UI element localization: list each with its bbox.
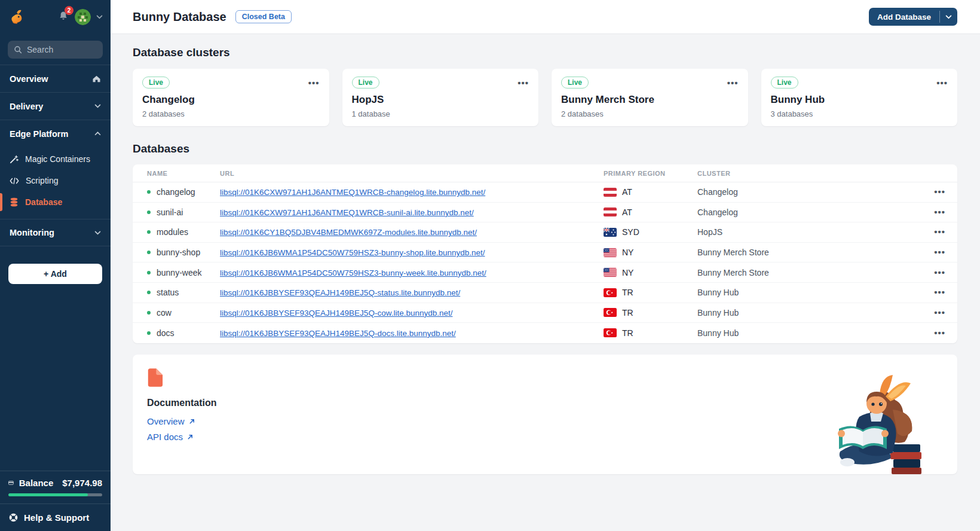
cluster-card-bunny-hub[interactable]: Live ••• Bunny Hub 3 databases [761,69,958,126]
closed-beta-badge: Closed Beta [235,10,292,23]
external-link-icon [189,418,195,425]
table-row: docslibsql://01K6JBBYSEF93QEAJH149BEJ5Q-… [133,323,957,343]
status-dot-icon [147,331,151,335]
add-database-button[interactable]: Add Database [869,8,939,26]
database-url-link[interactable]: libsql://01K6JB6WMA1P54DC50W759HSZ3-bunn… [220,248,485,257]
database-url-link[interactable]: libsql://01K6JB6WMA1P54DC50W759HSZ3-bunn… [220,268,486,277]
database-icon [10,197,19,207]
clusters-section-title: Database clusters [133,46,957,59]
sidebar-item-magic-containers[interactable]: Magic Containers [0,148,111,170]
main-area: Bunny Database Closed Beta Add Database … [111,0,980,531]
document-icon [147,368,163,387]
database-url-link[interactable]: libsql://01K6CXW971AH1J6ANTMEQ1WRCB-suni… [220,208,474,217]
row-menu-button[interactable]: ••• [934,227,945,236]
sidebar-nav: Overview Delivery Edge Platform Ma [0,65,111,246]
chevron-down-icon [94,231,101,235]
cluster-db-count: 1 database [352,109,529,118]
credit-card-icon [8,479,14,487]
sidebar-item-overview[interactable]: Overview [0,65,111,92]
flag-australia-icon [604,228,617,237]
row-menu-button[interactable]: ••• [934,288,945,297]
database-url-link[interactable]: libsql://01K6JBBYSEF93QEAJH149BEJ5Q-stat… [220,288,460,297]
table-row: cowlibsql://01K6JBBYSEF93QEAJH149BEJ5Q-c… [133,303,957,324]
database-url-link[interactable]: libsql://01K6CXW971AH1J6ANTMEQ1WRCB-chan… [220,188,485,197]
flag-turkey-icon [604,328,617,337]
code-icon [10,177,19,185]
database-url-link[interactable]: libsql://01K6JBBYSEF93QEAJH149BEJ5Q-cow.… [220,309,452,318]
lifebuoy-icon [8,512,19,523]
doc-link-api-docs[interactable]: API docs [147,432,194,442]
balance-value: $7,974.98 [62,478,102,488]
region-code: TR [622,308,633,318]
database-url-link[interactable]: libsql://01K6JBBYSEF93QEAJH149BEJ5Q-docs… [220,329,456,338]
add-button[interactable]: + Add [8,264,102,284]
sidebar-item-database[interactable]: Database [0,191,111,213]
database-name: sunil-ai [157,207,183,217]
balance-progress-bar [8,493,102,496]
cluster-card-changelog[interactable]: Live ••• Changelog 2 databases [133,69,329,126]
notifications-button[interactable]: 2 [57,10,69,25]
balance-label: Balance [19,478,54,488]
sidebar-item-edge-platform[interactable]: Edge Platform [0,120,111,147]
row-menu-button[interactable]: ••• [934,308,945,317]
page-title: Bunny Database [133,10,226,24]
database-name: changelog [157,187,195,197]
cluster-card-bunny-merch-store[interactable]: Live ••• Bunny Merch Store 2 databases [552,69,748,126]
column-cluster: CLUSTER [697,170,920,177]
doc-link-overview[interactable]: Overview [147,416,195,426]
row-menu-button[interactable]: ••• [934,328,945,337]
region-code: TR [622,328,633,338]
cluster-name: Bunny Merch Store [561,94,739,106]
help-support-button[interactable]: Help & Support [0,503,111,531]
bunny-logo-icon[interactable] [8,9,24,25]
flag-turkey-icon [604,308,617,317]
card-menu-button[interactable]: ••• [517,78,529,87]
databases-section-title: Databases [133,142,957,155]
cluster-cell: Changelog [697,187,920,197]
flag-austria-icon [604,188,617,197]
sidebar: 2 Search [0,0,111,531]
sidebar-item-delivery[interactable]: Delivery [0,92,111,120]
cluster-card-hopjs[interactable]: Live ••• HopJS 1 database [342,69,539,126]
balance-section[interactable]: Balance $7,974.98 [0,471,111,503]
search-input[interactable]: Search [8,41,103,59]
sidebar-item-monitoring[interactable]: Monitoring [0,219,111,246]
add-database-dropdown-button[interactable] [940,8,957,26]
row-menu-button[interactable]: ••• [934,248,945,257]
table-row: moduleslibsql://01K6CY1BQ5DJBV4BMEDMWK69… [133,222,957,243]
row-menu-button[interactable]: ••• [934,268,945,277]
row-menu-button[interactable]: ••• [934,207,945,216]
user-avatar[interactable] [75,9,91,25]
card-menu-button[interactable]: ••• [936,78,948,87]
card-menu-button[interactable]: ••• [308,78,320,87]
chevron-up-icon [94,132,101,136]
account-chevron-down-icon[interactable] [96,15,103,19]
cluster-cell: Changelog [697,207,920,217]
database-name: status [157,288,179,297]
home-icon [92,75,101,83]
region-code: AT [622,187,632,197]
flag-turkey-icon [604,288,617,297]
edge-platform-subnav: Magic Containers Scripting Database [0,147,111,219]
cluster-name: Bunny Hub [771,94,948,106]
reading-bunny-illustration [803,374,923,474]
region-code: AT [622,207,632,217]
database-url-link[interactable]: libsql://01K6CY1BQ5DJBV4BMEDMWK697Z-modu… [220,228,477,237]
status-badge: Live [561,77,589,89]
column-url: URL [220,170,604,177]
sidebar-top-bar: 2 [0,0,111,34]
cluster-db-count: 3 databases [771,109,948,118]
region-code: NY [622,268,633,277]
cluster-cell: Bunny Merch Store [697,268,920,277]
cluster-cards: Live ••• Changelog 2 databases Live ••• … [133,69,957,126]
sidebar-item-scripting[interactable]: Scripting [0,170,111,191]
cluster-name: Changelog [142,94,320,106]
region-code: TR [622,288,633,297]
add-database-split-button[interactable]: Add Database [869,8,957,26]
help-support-label: Help & Support [24,512,89,523]
row-menu-button[interactable]: ••• [934,187,945,196]
card-menu-button[interactable]: ••• [727,78,739,87]
cluster-db-count: 2 databases [561,109,739,118]
table-row: bunny-weeklibsql://01K6JB6WMA1P54DC50W75… [133,263,957,283]
status-dot-icon [147,291,151,294]
